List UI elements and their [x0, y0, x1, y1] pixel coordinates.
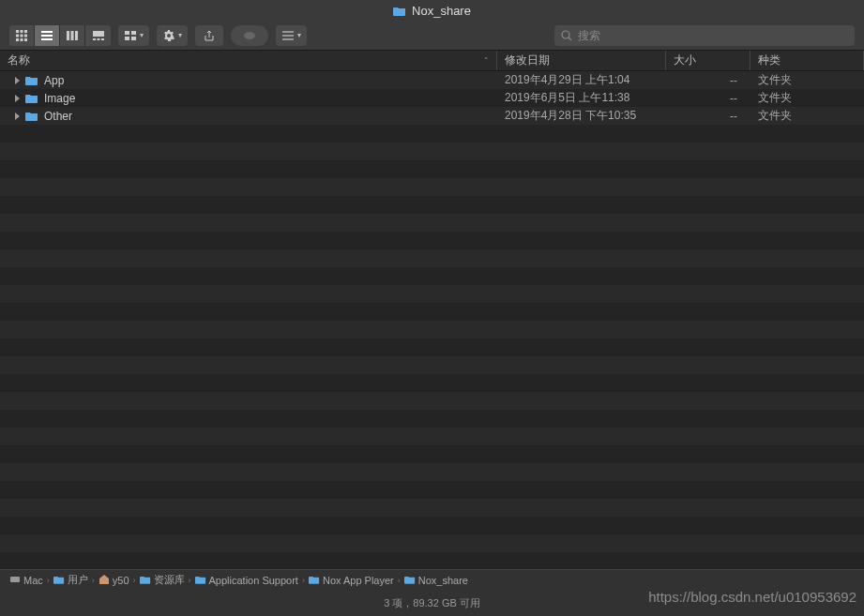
action-button[interactable]: ▾ — [157, 25, 188, 46]
svg-rect-1 — [21, 30, 23, 33]
chevron-right-icon: › — [92, 576, 95, 585]
file-size: -- — [666, 74, 750, 87]
svg-rect-7 — [21, 38, 23, 41]
chevron-right-icon: › — [302, 576, 305, 585]
folder-icon — [404, 575, 416, 586]
empty-row — [0, 267, 864, 285]
svg-rect-17 — [97, 38, 99, 40]
column-header-size[interactable]: 大小 — [666, 51, 750, 70]
path-bar: Mac›用户›y50›资源库›Application Support›Nox A… — [0, 569, 864, 590]
svg-rect-12 — [67, 31, 69, 40]
svg-rect-29 — [10, 577, 20, 582]
breadcrumb-label: 资源库 — [154, 573, 185, 587]
folder-icon — [309, 575, 320, 586]
svg-line-28 — [568, 38, 571, 40]
folder-icon — [393, 6, 406, 16]
breadcrumb-label: Nox_share — [418, 575, 468, 586]
file-size: -- — [666, 92, 750, 105]
empty-row — [0, 499, 864, 517]
breadcrumb-label: Application Support — [209, 575, 298, 586]
disclosure-triangle-icon[interactable] — [15, 113, 20, 120]
status-text: 3 项，89.32 GB 可用 — [384, 596, 480, 610]
disclosure-triangle-icon[interactable] — [15, 95, 20, 102]
empty-row — [0, 249, 864, 267]
disclosure-triangle-icon[interactable] — [15, 77, 20, 84]
file-kind: 文件夹 — [750, 90, 864, 106]
empty-row — [0, 374, 864, 392]
empty-row — [0, 285, 864, 303]
table-row[interactable]: Image2019年6月5日 上午11:38--文件夹 — [0, 89, 864, 107]
toolbar: ▾ ▾ ▾ — [0, 21, 864, 51]
file-name: App — [44, 74, 64, 87]
empty-row — [0, 428, 864, 445]
svg-rect-8 — [24, 38, 27, 41]
disk-icon — [9, 574, 21, 587]
home-icon — [99, 574, 110, 587]
file-date: 2019年4月28日 下午10:35 — [497, 108, 666, 124]
breadcrumb[interactable]: Nox App Player — [309, 575, 394, 586]
chevron-right-icon: › — [189, 576, 191, 585]
svg-rect-4 — [21, 34, 23, 37]
folder-icon — [140, 575, 151, 586]
empty-row — [0, 338, 864, 356]
view-mode-group — [9, 25, 111, 46]
search-field[interactable] — [554, 25, 855, 46]
svg-point-23 — [244, 32, 255, 39]
svg-rect-13 — [71, 31, 74, 40]
svg-rect-21 — [125, 37, 129, 40]
column-header-name[interactable]: 名称 ˄ — [0, 51, 497, 70]
empty-row — [0, 232, 864, 249]
svg-rect-3 — [16, 34, 19, 37]
svg-rect-11 — [41, 38, 53, 40]
file-date: 2019年4月29日 上午1:04 — [497, 72, 666, 88]
empty-row — [0, 214, 864, 232]
file-kind: 文件夹 — [750, 108, 864, 124]
column-header-date[interactable]: 修改日期 — [497, 51, 666, 70]
breadcrumb[interactable]: 资源库 — [140, 573, 185, 587]
view-list-button[interactable] — [35, 25, 60, 46]
file-name: Other — [44, 110, 72, 123]
tags-button[interactable] — [231, 25, 268, 46]
empty-row — [0, 303, 864, 321]
view-gallery-button[interactable] — [85, 25, 111, 46]
sort-indicator-icon: ˄ — [484, 56, 489, 66]
search-icon — [560, 29, 573, 42]
empty-row — [0, 321, 864, 338]
svg-point-27 — [562, 31, 569, 38]
empty-row — [0, 410, 864, 428]
svg-rect-22 — [131, 37, 136, 40]
svg-rect-18 — [101, 38, 104, 40]
view-icon-button[interactable] — [9, 25, 35, 46]
breadcrumb-label: Nox App Player — [323, 575, 394, 586]
empty-row — [0, 534, 864, 552]
breadcrumb[interactable]: 用户 — [53, 573, 88, 587]
chevron-right-icon: › — [133, 576, 136, 585]
titlebar: Nox_share — [0, 0, 864, 21]
breadcrumb[interactable]: y50 — [99, 574, 129, 587]
breadcrumb-label: Mac — [23, 575, 43, 586]
breadcrumb[interactable]: Mac — [9, 574, 43, 587]
empty-row — [0, 196, 864, 214]
dropdown-button[interactable]: ▾ — [276, 25, 307, 46]
view-column-button[interactable] — [60, 25, 85, 46]
table-row[interactable]: Other2019年4月28日 下午10:35--文件夹 — [0, 107, 864, 125]
empty-row — [0, 178, 864, 196]
file-name: Image — [44, 92, 75, 105]
breadcrumb[interactable]: Nox_share — [404, 575, 468, 586]
column-headers: 名称 ˄ 修改日期 大小 种类 — [0, 51, 864, 71]
table-row[interactable]: App2019年4月29日 上午1:04--文件夹 — [0, 71, 864, 89]
share-button[interactable] — [195, 25, 223, 46]
arrange-button[interactable]: ▾ — [118, 25, 149, 46]
empty-row — [0, 143, 864, 160]
empty-row — [0, 125, 864, 143]
svg-rect-16 — [93, 38, 96, 40]
svg-rect-10 — [41, 35, 53, 37]
file-date: 2019年6月5日 上午11:38 — [497, 90, 666, 106]
chevron-right-icon: › — [47, 576, 50, 585]
column-header-kind[interactable]: 种类 — [750, 51, 864, 70]
svg-rect-9 — [41, 31, 53, 33]
search-input[interactable] — [578, 29, 849, 42]
breadcrumb[interactable]: Application Support — [195, 575, 298, 586]
empty-row — [0, 517, 864, 534]
file-size: -- — [666, 110, 750, 123]
